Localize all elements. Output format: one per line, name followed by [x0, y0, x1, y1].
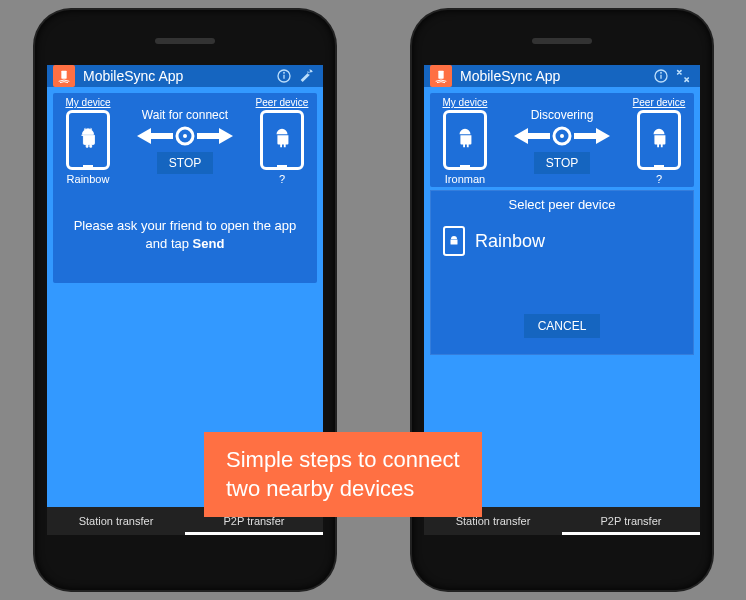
peer-device-name: ? [279, 173, 285, 185]
svg-point-5 [90, 131, 91, 132]
my-device-link[interactable]: My device [65, 97, 110, 108]
svg-point-17 [560, 134, 564, 138]
peer-device-link[interactable]: Peer device [633, 97, 686, 108]
svg-rect-0 [61, 71, 66, 79]
svg-point-18 [656, 131, 657, 132]
svg-point-7 [183, 134, 187, 138]
app-logo-icon [53, 65, 75, 87]
info-icon[interactable] [650, 65, 672, 87]
my-device-col: My device Ironman [436, 97, 494, 185]
svg-point-3 [284, 72, 285, 73]
connect-card: My device Ironman Discovering STOP Peer … [430, 93, 694, 187]
wrench-icon[interactable] [295, 65, 317, 87]
cancel-button[interactable]: CANCEL [524, 314, 601, 338]
peer-device-col: Peer device ? [253, 97, 311, 185]
info-icon[interactable] [273, 65, 295, 87]
app-bar: MobileSync App [424, 65, 700, 87]
my-device-icon [443, 110, 487, 170]
device-row: My device Ironman Discovering STOP Peer … [430, 93, 694, 187]
peer-option[interactable]: Rainbow [431, 218, 693, 264]
tools-icon[interactable] [672, 65, 694, 87]
sync-arrows-icon [137, 124, 233, 148]
svg-point-15 [467, 131, 468, 132]
center-col: Discovering STOP [494, 108, 630, 174]
phone-speaker [155, 38, 215, 44]
promo-banner: Simple steps to connect two nearby devic… [204, 432, 482, 517]
peer-device-icon [260, 110, 304, 170]
peer-device-link[interactable]: Peer device [256, 97, 309, 108]
phone-speaker [532, 38, 592, 44]
svg-point-13 [661, 72, 662, 73]
svg-point-9 [284, 131, 285, 132]
svg-point-4 [85, 131, 86, 132]
center-col: Wait for connect STOP [117, 108, 253, 174]
peer-option-label: Rainbow [475, 231, 545, 252]
status-label: Wait for connect [142, 108, 228, 122]
svg-point-14 [462, 131, 463, 132]
app-bar: MobileSync App [47, 65, 323, 87]
instruction-prefix: Please ask your friend to open the app a… [74, 218, 297, 251]
svg-point-8 [279, 131, 280, 132]
banner-line2: two nearby devices [226, 475, 460, 504]
sync-arrows-icon [514, 124, 610, 148]
connect-card: My device Rainbow Wait for connect STOP … [53, 93, 317, 283]
peer-device-name: ? [656, 173, 662, 185]
peer-select-modal: Select peer device Rainbow CANCEL [430, 190, 694, 355]
tab-station[interactable]: Station transfer [47, 507, 185, 535]
peer-device-icon [637, 110, 681, 170]
my-device-link[interactable]: My device [442, 97, 487, 108]
my-device-col: My device Rainbow [59, 97, 117, 185]
instruction-bold: Send [193, 236, 225, 251]
instruction-text: Please ask your friend to open the app a… [53, 197, 317, 283]
device-row: My device Rainbow Wait for connect STOP … [53, 93, 317, 187]
banner-line1: Simple steps to connect [226, 446, 460, 475]
app-logo-icon [430, 65, 452, 87]
tab-p2p[interactable]: P2P transfer [562, 507, 700, 535]
phone-small-icon [443, 226, 465, 256]
peer-device-col: Peer device ? [630, 97, 688, 185]
app-title: MobileSync App [460, 68, 650, 84]
svg-rect-10 [438, 71, 443, 79]
modal-title: Select peer device [431, 191, 693, 218]
status-label: Discovering [531, 108, 594, 122]
stop-button[interactable]: STOP [534, 152, 590, 174]
my-device-icon [66, 110, 110, 170]
my-device-name: Ironman [445, 173, 485, 185]
stop-button[interactable]: STOP [157, 152, 213, 174]
my-device-name: Rainbow [67, 173, 110, 185]
app-title: MobileSync App [83, 68, 273, 84]
svg-point-19 [661, 131, 662, 132]
